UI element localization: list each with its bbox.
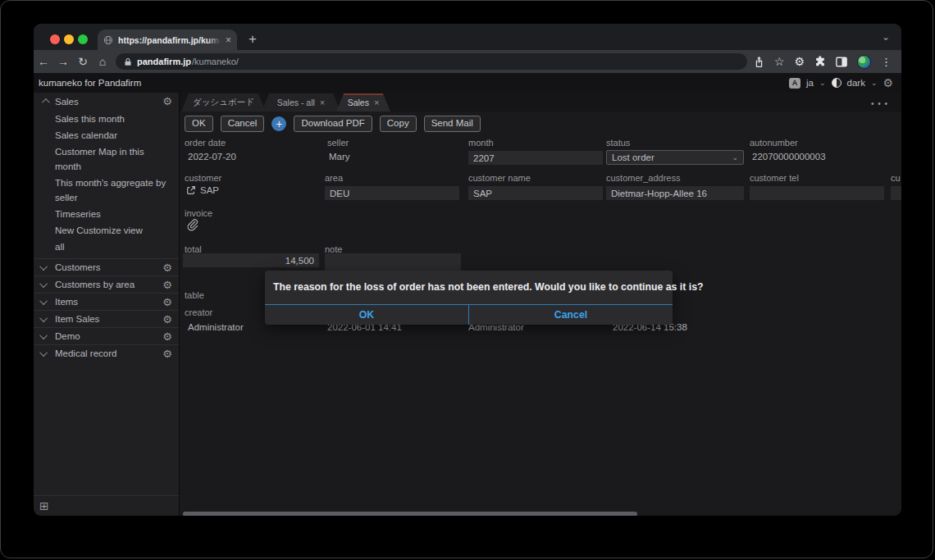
customer-lookup-link[interactable]: SAP [186,185,219,195]
paperclip-icon[interactable] [186,218,198,231]
new-tab-button[interactable]: + [249,30,257,48]
group-settings-gear-icon[interactable]: ⚙ [162,262,172,273]
language-select[interactable]: ja [806,78,814,88]
sidebar-group-items[interactable]: Items ⚙ [34,293,179,310]
sidebar-item-month-aggregate[interactable]: This month's aggregate by seller [55,175,167,206]
close-window-button[interactable] [50,34,60,44]
ok-button[interactable]: OK [185,116,213,132]
area-input[interactable] [325,186,459,200]
customer-tel-label: customer tel [750,173,799,183]
customer-name-input[interactable] [468,186,603,200]
browser-tabstrip: https://pandafirm.jp/kumaneko × + ⌄ [34,24,901,50]
chevron-up-icon [42,98,50,107]
close-tab-icon[interactable]: × [374,98,379,107]
total-input[interactable] [183,253,319,267]
send-mail-button[interactable]: Send Mail [424,116,481,132]
sidebar-group-label: Customers [55,262,162,272]
app-header-controls: A ja ⌄ dark ⌄ ⚙ [789,77,893,89]
tab-sales[interactable]: Sales × [336,93,390,112]
forward-button[interactable]: → [53,56,73,67]
dialog-ok-button[interactable]: OK [265,305,469,325]
sidebar-group-label: Items [55,297,162,307]
more-options-icon[interactable]: • • • [871,99,888,108]
theme-select[interactable]: dark [847,78,865,88]
app-tabstrip: ダッシュボード Sales - all × Sales × [180,93,901,112]
month-input[interactable] [468,151,603,165]
creator-label: creator [185,307,212,317]
zoom-window-button[interactable] [78,34,88,44]
app-settings-gear-icon[interactable]: ⚙ [883,77,893,89]
browser-navbar: ← → ↻ ⌂ pandafirm.jp /kumaneko/ ☆ ⚙ [34,50,901,73]
sidebar-group-label: Sales [55,97,162,107]
sidebar-item-new-customize-view[interactable]: New Customize view [55,222,167,239]
group-settings-gear-icon[interactable]: ⚙ [162,96,172,107]
sidebar: Sales ⚙ Sales this month Sales calendar … [34,93,180,516]
browser-tab-title: https://pandafirm.jp/kumaneko [118,35,221,45]
month-label: month [468,138,494,148]
share-icon[interactable] [754,56,764,67]
side-panel-icon[interactable] [836,57,847,67]
sidebar-item-timeseries[interactable]: Timeseries [55,206,167,222]
profile-avatar[interactable] [857,55,871,69]
add-table-icon[interactable]: ⊞ [39,500,49,512]
add-record-button[interactable]: + [271,116,286,131]
extensions-puzzle-icon[interactable] [814,56,826,67]
chevron-down-icon [39,280,48,288]
tab-label: Sales - all [277,98,315,107]
sidebar-item-all[interactable]: all [55,239,167,255]
extension-gear-icon[interactable]: ⚙ [794,55,805,68]
bookmark-star-icon[interactable]: ☆ [774,55,785,68]
external-link-icon [186,185,196,195]
order-date-value: 2022-07-20 [188,152,236,162]
record-toolbar: OK Cancel + Download PDF Copy Send Mail [180,112,901,136]
sidebar-item-sales-calendar[interactable]: Sales calendar [55,127,167,143]
group-settings-gear-icon[interactable]: ⚙ [162,297,172,307]
close-tab-icon[interactable]: × [226,35,231,45]
sidebar-group-medical-record[interactable]: Medical record ⚙ [34,344,179,362]
browser-menu-icon[interactable]: ⋮ [881,56,892,68]
dialog-buttons: OK Cancel [265,304,673,325]
address-bar[interactable]: pandafirm.jp /kumaneko/ [116,53,747,70]
minimize-window-button[interactable] [64,34,74,44]
truncated-field-input[interactable] [891,186,901,200]
tab-search-icon[interactable]: ⌄ [882,31,890,43]
customer-link-text: SAP [200,185,219,195]
dialog-message: The reason for the loss of order has not… [265,271,673,293]
chevron-down-icon [39,297,48,305]
sidebar-group-item-sales[interactable]: Item Sales ⚙ [34,310,179,327]
reload-button[interactable]: ↻ [73,56,93,67]
customer-name-label: customer name [468,173,531,183]
sidebar-item-customer-map[interactable]: Customer Map in this month [55,143,167,175]
dialog-cancel-button[interactable]: Cancel [469,305,673,325]
autonumber-value: 22070000000003 [752,152,826,162]
cancel-button[interactable]: Cancel [221,116,265,132]
sidebar-group-customers-by-area[interactable]: Customers by area ⚙ [34,275,179,293]
status-value: Lost order [612,153,732,162]
autonumber-label: autonumber [750,138,798,148]
home-button[interactable]: ⌂ [93,56,112,67]
back-button[interactable]: ← [34,56,53,67]
sidebar-group-sales[interactable]: Sales ⚙ [34,93,179,110]
download-pdf-button[interactable]: Download PDF [294,116,372,132]
tab-sales-all[interactable]: Sales - all × [262,93,340,112]
tab-dashboard[interactable]: ダッシュボード [181,93,266,112]
browser-tab[interactable]: https://pandafirm.jp/kumaneko × [98,30,237,50]
tab-label: ダッシュボード [193,97,254,108]
close-tab-icon[interactable]: × [320,98,325,107]
sidebar-group-demo[interactable]: Demo ⚙ [34,327,179,344]
copy-button[interactable]: Copy [380,116,417,132]
group-settings-gear-icon[interactable]: ⚙ [162,280,172,290]
customer-address-input[interactable] [606,186,744,200]
group-settings-gear-icon[interactable]: ⚙ [162,348,172,359]
group-settings-gear-icon[interactable]: ⚙ [162,331,172,342]
sidebar-group-customers[interactable]: Customers ⚙ [34,258,179,275]
group-settings-gear-icon[interactable]: ⚙ [162,314,172,325]
theme-contrast-icon [832,78,842,88]
horizontal-scrollbar[interactable] [183,512,637,516]
customer-tel-input[interactable] [750,186,884,200]
url-domain: pandafirm.jp [137,57,191,66]
sidebar-item-sales-this-month[interactable]: Sales this month [55,111,167,127]
status-select[interactable]: Lost order ⌄ [606,150,744,165]
record-content: ダッシュボード Sales - all × Sales × OK Cancel [180,93,901,516]
sidebar-group-label: Item Sales [55,314,162,324]
